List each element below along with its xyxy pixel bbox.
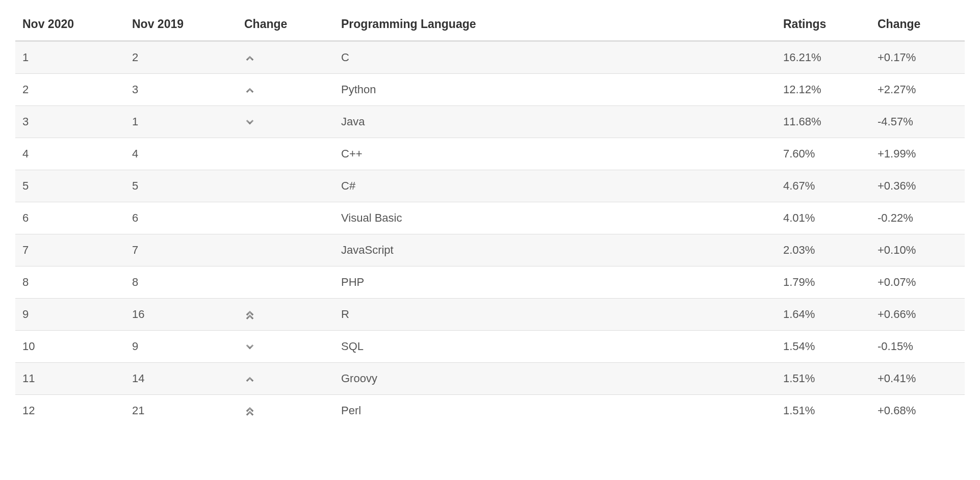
chevron-down-icon: [244, 117, 255, 128]
table-row: 1221Perl1.51%+0.68%: [15, 395, 965, 427]
cell-now: 6: [15, 202, 125, 234]
table-row: 66Visual Basic4.01%-0.22%: [15, 202, 965, 234]
cell-trend: [237, 234, 334, 266]
header-ratings: Ratings: [776, 10, 870, 41]
cell-now: 8: [15, 266, 125, 299]
cell-now: 3: [15, 106, 125, 138]
cell-trend: [237, 170, 334, 202]
cell-trend: [237, 299, 334, 331]
cell-now: 11: [15, 363, 125, 395]
cell-language: Perl: [334, 395, 776, 427]
table-row: 31Java11.68%-4.57%: [15, 106, 965, 138]
cell-delta: +0.68%: [870, 395, 965, 427]
header-nov2019: Nov 2019: [125, 10, 237, 41]
cell-ratings: 1.79%: [776, 266, 870, 299]
header-delta: Change: [870, 10, 965, 41]
cell-prev: 14: [125, 363, 237, 395]
cell-trend: [237, 202, 334, 234]
cell-ratings: 16.21%: [776, 41, 870, 74]
cell-now: 2: [15, 74, 125, 106]
cell-prev: 6: [125, 202, 237, 234]
cell-ratings: 7.60%: [776, 138, 870, 170]
cell-now: 12: [15, 395, 125, 427]
cell-trend: [237, 74, 334, 106]
cell-delta: -4.57%: [870, 106, 965, 138]
cell-trend: [237, 363, 334, 395]
cell-now: 1: [15, 41, 125, 74]
table-row: 55C#4.67%+0.36%: [15, 170, 965, 202]
ranking-table: Nov 2020 Nov 2019 Change Programming Lan…: [15, 10, 965, 426]
table-row: 23Python12.12%+2.27%: [15, 74, 965, 106]
cell-language: PHP: [334, 266, 776, 299]
cell-trend: [237, 395, 334, 427]
cell-prev: 7: [125, 234, 237, 266]
cell-language: C++: [334, 138, 776, 170]
cell-language: Groovy: [334, 363, 776, 395]
table-row: 1114Groovy1.51%+0.41%: [15, 363, 965, 395]
double-chevron-up-icon: [244, 406, 255, 417]
chevron-up-icon: [244, 85, 255, 96]
cell-trend: [237, 41, 334, 74]
cell-prev: 3: [125, 74, 237, 106]
cell-now: 10: [15, 331, 125, 363]
cell-now: 7: [15, 234, 125, 266]
chevron-up-icon: [244, 52, 255, 64]
cell-ratings: 1.51%: [776, 363, 870, 395]
cell-prev: 9: [125, 331, 237, 363]
cell-trend: [237, 266, 334, 299]
table-row: 88PHP1.79%+0.07%: [15, 266, 965, 299]
cell-now: 9: [15, 299, 125, 331]
cell-trend: [237, 106, 334, 138]
cell-language: JavaScript: [334, 234, 776, 266]
chevron-up-icon: [244, 374, 255, 385]
cell-delta: +0.07%: [870, 266, 965, 299]
table-row: 77JavaScript2.03%+0.10%: [15, 234, 965, 266]
table-row: 916R1.64%+0.66%: [15, 299, 965, 331]
table-header-row: Nov 2020 Nov 2019 Change Programming Lan…: [15, 10, 965, 41]
cell-language: R: [334, 299, 776, 331]
cell-delta: +0.41%: [870, 363, 965, 395]
cell-delta: +0.10%: [870, 234, 965, 266]
cell-prev: 2: [125, 41, 237, 74]
cell-language: Visual Basic: [334, 202, 776, 234]
cell-ratings: 4.67%: [776, 170, 870, 202]
cell-trend: [237, 331, 334, 363]
chevron-down-icon: [244, 341, 255, 353]
cell-now: 5: [15, 170, 125, 202]
cell-prev: 4: [125, 138, 237, 170]
cell-delta: +0.66%: [870, 299, 965, 331]
cell-prev: 1: [125, 106, 237, 138]
cell-prev: 21: [125, 395, 237, 427]
header-trend: Change: [237, 10, 334, 41]
cell-ratings: 1.51%: [776, 395, 870, 427]
cell-prev: 5: [125, 170, 237, 202]
cell-language: C#: [334, 170, 776, 202]
cell-ratings: 4.01%: [776, 202, 870, 234]
cell-language: C: [334, 41, 776, 74]
cell-now: 4: [15, 138, 125, 170]
cell-ratings: 12.12%: [776, 74, 870, 106]
cell-trend: [237, 138, 334, 170]
table-row: 109SQL1.54%-0.15%: [15, 331, 965, 363]
cell-delta: -0.15%: [870, 331, 965, 363]
cell-language: SQL: [334, 331, 776, 363]
header-language: Programming Language: [334, 10, 776, 41]
cell-delta: -0.22%: [870, 202, 965, 234]
cell-delta: +0.17%: [870, 41, 965, 74]
cell-delta: +1.99%: [870, 138, 965, 170]
cell-delta: +0.36%: [870, 170, 965, 202]
cell-ratings: 2.03%: [776, 234, 870, 266]
cell-ratings: 1.64%: [776, 299, 870, 331]
table-row: 12C16.21%+0.17%: [15, 41, 965, 74]
cell-language: Python: [334, 74, 776, 106]
cell-language: Java: [334, 106, 776, 138]
cell-delta: +2.27%: [870, 74, 965, 106]
cell-ratings: 11.68%: [776, 106, 870, 138]
header-nov2020: Nov 2020: [15, 10, 125, 41]
cell-prev: 8: [125, 266, 237, 299]
double-chevron-up-icon: [244, 309, 255, 321]
table-row: 44C++7.60%+1.99%: [15, 138, 965, 170]
cell-ratings: 1.54%: [776, 331, 870, 363]
cell-prev: 16: [125, 299, 237, 331]
